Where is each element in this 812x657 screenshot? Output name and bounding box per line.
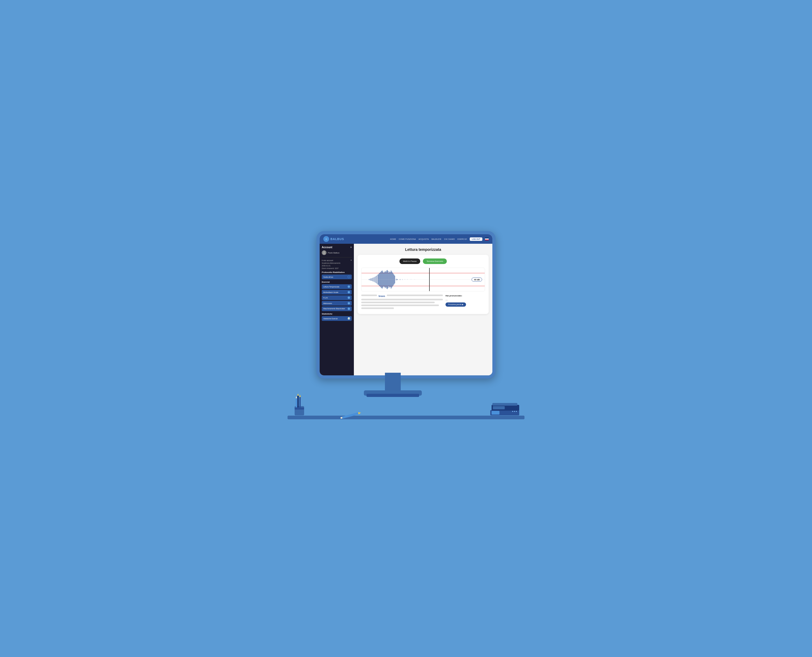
text-lines: bravo — [361, 294, 443, 310]
chevron-down-icon: ▾ — [351, 259, 352, 262]
user-info: Paolo Balbus — [322, 250, 352, 255]
svg-rect-60 — [492, 403, 517, 406]
highlighted-word: bravo — [379, 295, 385, 297]
svg-rect-39 — [411, 279, 411, 280]
monitor-base-bottom — [366, 394, 419, 397]
stats-icon: 📊 — [348, 317, 350, 320]
guide-button[interactable]: Guida all'uso i — [322, 274, 352, 279]
pronunciation-box: Hai pronunciato: ... Prossima parola ▶ — [446, 294, 485, 310]
desk-surface — [288, 416, 524, 419]
next-word-button[interactable]: Prossima parola ▶ — [446, 302, 466, 307]
exercise-card: Metti In Pausa Termina Esercizio — [358, 255, 489, 314]
brand-name-part1: BAL — [330, 237, 337, 241]
exercise-metronomo-button[interactable]: Metronomo + — [322, 301, 352, 305]
waveform-svg — [362, 268, 485, 291]
svg-marker-47 — [299, 395, 301, 397]
statistics-button[interactable]: Statistiche Esercizi 📊 — [322, 316, 352, 321]
plus-icon-0: + — [348, 285, 350, 288]
logout-button[interactable]: LOG OUT — [470, 237, 482, 241]
svg-rect-54 — [492, 411, 499, 414]
pronunciation-dots: ... — [446, 298, 485, 301]
plus-icon-3: + — [348, 302, 350, 305]
navbar: ☺ BALBUS HOME COME FUNZIONA ACQUISTA BAL… — [320, 234, 492, 244]
guide-btn-label: Guida all'uso — [323, 276, 333, 278]
exercise-mascheramento-button[interactable]: Mascheramento Biauricolare + — [322, 307, 352, 311]
nav-home[interactable]: HOME — [390, 238, 396, 240]
hai-pronunciato-label: Hai pronunciato: — [446, 294, 485, 297]
exercises-section-label: Esercizi — [322, 281, 352, 283]
text-line-5 — [361, 307, 394, 309]
exercise-fur-button[interactable]: F.U.R. + — [322, 295, 352, 300]
svg-point-57 — [516, 411, 517, 412]
svg-rect-46 — [299, 397, 301, 408]
exercise-fur-label: F.U.R. — [323, 297, 328, 299]
main-content: Account × Paolo Balbus Il mio account — [320, 244, 492, 375]
pencil-cup — [291, 393, 307, 417]
plus-icon-1: + — [348, 291, 350, 293]
sidebar-title: Account — [322, 246, 332, 249]
nav-esercizi[interactable]: ESERCIZI — [458, 238, 467, 240]
text-line-4 — [361, 305, 439, 306]
svg-point-56 — [514, 411, 515, 412]
page-title: Lettura temporizzata — [358, 248, 489, 252]
monitor-screen: ☺ BALBUS HOME COME FUNZIONA ACQUISTA BAL… — [320, 234, 492, 375]
exercise-metronomo-label: Metronomo — [323, 302, 332, 304]
exercise-biofeedback-label: Biofeedback Vocale — [323, 291, 338, 293]
svg-rect-40 — [415, 279, 415, 280]
svg-marker-49 — [296, 396, 297, 398]
brand-logo: ☺ — [323, 236, 329, 242]
brand-logo-symbol: ☺ — [325, 238, 327, 240]
language-flag-icon[interactable] — [485, 238, 489, 240]
exercise-mascheramento-label: Mascheramento Biauricolare — [323, 308, 345, 310]
svg-rect-44 — [297, 395, 299, 408]
svg-marker-45 — [297, 394, 299, 395]
sidebar-header: Account × — [322, 246, 352, 249]
info-icon: i — [348, 276, 350, 278]
subscription-date: 2030-01-01 — [322, 265, 352, 267]
navbar-links: HOME COME FUNZIONA ACQUISTA BALBUZIE CHI… — [390, 237, 489, 241]
text-line-2 — [361, 299, 443, 300]
svg-rect-38 — [407, 279, 408, 280]
nav-chi-siamo[interactable]: CHI SIAMO — [444, 238, 455, 240]
db-badge: 40 dB — [472, 278, 482, 282]
waveform-container: 40 dB — [361, 268, 485, 291]
books-stack — [490, 395, 522, 417]
user-avatar — [322, 250, 326, 255]
protocol-section-label: Protocollo Riabilitativo — [322, 271, 352, 274]
text-segment-2 — [387, 294, 443, 296]
close-sidebar-button[interactable]: × — [350, 246, 352, 249]
finish-button[interactable]: Termina Esercizio — [423, 258, 447, 264]
exercise-biofeedback-button[interactable]: Biofeedback Vocale + — [322, 290, 352, 294]
sidebar: Account × Paolo Balbus Il mio account — [320, 244, 354, 375]
my-account-label: Il mio account — [322, 260, 333, 262]
statistics-btn-label: Statistiche Esercizi — [323, 318, 338, 319]
my-account-row[interactable]: Il mio account ▾ — [322, 259, 352, 262]
text-segment-1 — [361, 294, 377, 296]
svg-point-1 — [323, 253, 326, 254]
page-content: Lettura temporizzata Metti In Pausa Term… — [354, 244, 492, 375]
svg-rect-59 — [493, 406, 505, 409]
account-section: Il mio account ▾ Scadenza Abbonamento 20… — [322, 259, 352, 269]
svg-rect-43 — [295, 408, 304, 409]
pause-button[interactable]: Metti In Pausa — [399, 258, 420, 264]
exercise-lettura-button[interactable]: Lettura Temporizzata + — [322, 284, 352, 289]
text-line-first: bravo — [361, 294, 443, 297]
username-label: Paolo Balbus — [328, 252, 340, 254]
plus-icon-2: + — [348, 296, 350, 299]
svg-point-55 — [512, 411, 513, 412]
reading-area: bravo Hai pronunciato: ... — [361, 294, 485, 310]
scene: ☺ BALBUS HOME COME FUNZIONA ACQUISTA BAL… — [288, 226, 524, 431]
action-buttons: Metti In Pausa Termina Esercizio — [361, 258, 485, 264]
text-line-3 — [361, 302, 435, 303]
nav-acquista[interactable]: ACQUISTA — [419, 238, 429, 240]
exercise-lettura-label: Lettura Temporizzata — [323, 286, 340, 288]
nav-balbuzie[interactable]: BALBUZIE — [432, 238, 441, 240]
brand: ☺ BALBUS — [323, 236, 344, 242]
account-details: Scadenza Abbonamento 2030-01-01 Giorni r… — [322, 262, 352, 269]
plus-icon-4: + — [348, 307, 350, 310]
days-remaining: Giorni rimanenti: 3207 — [322, 267, 352, 270]
nav-come-funziona[interactable]: COME FUNZIONA — [399, 238, 416, 240]
svg-rect-48 — [296, 398, 297, 408]
monitor: ☺ BALBUS HOME COME FUNZIONA ACQUISTA BAL… — [316, 231, 496, 378]
svg-marker-51 — [358, 412, 361, 414]
